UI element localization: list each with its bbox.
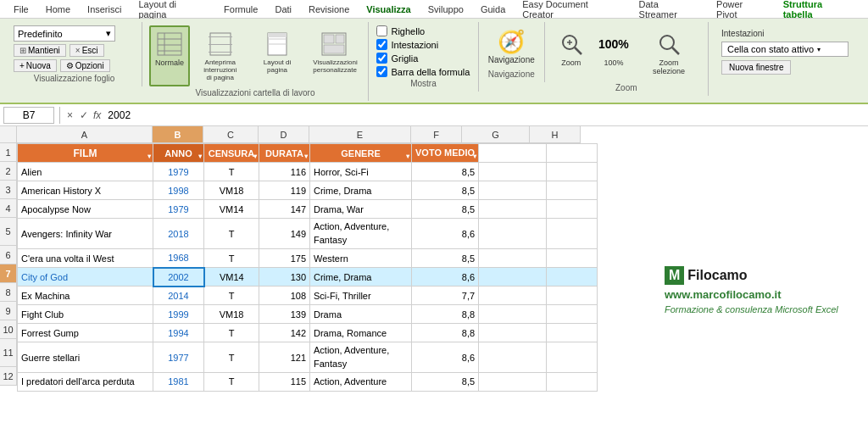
cell-film-10[interactable]: Forrest Gump	[18, 324, 153, 342]
col-header-g[interactable]: G	[462, 126, 530, 143]
cell-durata-7[interactable]: 130	[259, 268, 310, 287]
cell-voto-3[interactable]: 8,5	[412, 181, 479, 200]
cell-film-12[interactable]: I predatori dell'arca perduta	[18, 372, 153, 391]
cell-genere-8[interactable]: Sci-Fi, Thriller	[310, 287, 412, 305]
cell-film-4[interactable]: Apocalypse Now	[18, 200, 153, 219]
cell-film-3[interactable]: American History X	[18, 181, 153, 200]
righello-check[interactable]: Righello	[376, 25, 470, 36]
personalizzate-btn[interactable]: Visualizzazioni personalizzate	[308, 25, 361, 86]
col-header-b[interactable]: B	[153, 126, 203, 143]
cell-censura-4[interactable]: VM14	[204, 200, 259, 219]
cell-voto-12[interactable]: 8,5	[412, 372, 479, 391]
cell-genere-3[interactable]: Crime, Drama	[310, 181, 412, 200]
cell-voto-7[interactable]: 8,6	[412, 268, 479, 287]
griglia-check[interactable]: Griglia	[376, 53, 470, 64]
cell-durata-9[interactable]: 139	[259, 305, 310, 324]
zoom-selezione-btn[interactable]: Zoom selezione	[637, 25, 701, 81]
cell-durata-11[interactable]: 121	[259, 342, 310, 373]
row-header-11[interactable]: 11	[0, 339, 17, 367]
col-header-h[interactable]: H	[530, 126, 581, 143]
cell-genere-6[interactable]: Western	[310, 249, 412, 268]
cell-voto-4[interactable]: 8,5	[412, 200, 479, 219]
mantieni-btn[interactable]: ⊞ Mantieni	[14, 44, 66, 57]
formula-cancel-icon[interactable]: ×	[65, 109, 75, 121]
formula-confirm-icon[interactable]: ✓	[78, 109, 90, 121]
row-header-5[interactable]: 5	[0, 218, 17, 246]
cell-censura-9[interactable]: VM18	[204, 305, 259, 324]
cell-anno-8[interactable]: 2014	[153, 287, 204, 305]
cell-anno-11[interactable]: 1977	[153, 342, 204, 373]
cell-genere-2[interactable]: Horror, Sci-Fi	[310, 163, 412, 181]
col-header-c[interactable]: C	[203, 126, 259, 143]
cell-durata-2[interactable]: 116	[259, 163, 310, 181]
anno-dropdown-arrow[interactable]: ▾	[198, 153, 202, 160]
menu-powerpivot[interactable]: Power Pivot	[709, 0, 773, 21]
cell-voto-9[interactable]: 8,8	[412, 305, 479, 324]
cell-censura-8[interactable]: T	[204, 287, 259, 305]
voto-dropdown-arrow[interactable]: ▾	[473, 153, 476, 161]
cell-genere-5[interactable]: Action, Adventure, Fantasy	[310, 219, 412, 249]
menu-visualizza[interactable]: Visualizza	[359, 3, 417, 16]
cell-genere-10[interactable]: Drama, Romance	[310, 324, 412, 342]
cell-durata-8[interactable]: 108	[259, 287, 310, 305]
row-header-3[interactable]: 3	[0, 181, 17, 199]
row-header-9[interactable]: 9	[0, 302, 17, 320]
cell-genere-4[interactable]: Drama, War	[310, 200, 412, 219]
normale-btn[interactable]: Normale	[149, 25, 190, 86]
cell-voto-2[interactable]: 8,5	[412, 163, 479, 181]
cell-censura-5[interactable]: T	[204, 219, 259, 249]
cell-voto-5[interactable]: 8,6	[412, 219, 479, 249]
col-header-d[interactable]: D	[259, 126, 309, 143]
menu-home[interactable]: Home	[39, 3, 77, 16]
cell-voto-6[interactable]: 8,5	[412, 249, 479, 268]
cell-genere-7[interactable]: Crime, Drama	[310, 268, 412, 287]
cell-voto-8[interactable]: 7,7	[412, 287, 479, 305]
row-header-4[interactable]: 4	[0, 199, 17, 218]
menu-sviluppo[interactable]: Sviluppo	[421, 3, 470, 16]
row-header-6[interactable]: 6	[0, 246, 17, 264]
col-header-a[interactable]: A	[17, 126, 153, 143]
cell-durata-10[interactable]: 142	[259, 324, 310, 342]
cell-film-7[interactable]: City of God	[18, 268, 153, 287]
cell-censura-10[interactable]: T	[204, 324, 259, 342]
cell-censura-2[interactable]: T	[204, 163, 259, 181]
cell-anno-2[interactable]: 1979	[153, 163, 204, 181]
cell-censura-6[interactable]: T	[204, 249, 259, 268]
menu-revisione[interactable]: Revisione	[302, 3, 356, 16]
cell-genere-9[interactable]: Drama	[310, 305, 412, 324]
intestazioni-check[interactable]: Intestazioni	[376, 39, 470, 50]
film-dropdown-arrow[interactable]: ▾	[147, 153, 151, 160]
cell-anno-7[interactable]: 2002	[153, 268, 204, 287]
cell-genere-12[interactable]: Action, Adventure	[310, 372, 412, 391]
cell-voto-10[interactable]: 8,8	[412, 324, 479, 342]
anteprima-btn[interactable]: Anteprima interruzioni di pagina	[193, 25, 247, 86]
row-header-1[interactable]: 1	[0, 143, 17, 162]
zoom-btn[interactable]: Zoom	[552, 25, 591, 81]
cell-durata-12[interactable]: 115	[259, 372, 310, 391]
cell-anno-9[interactable]: 1999	[153, 305, 204, 324]
cell-film-11[interactable]: Guerre stellari	[18, 342, 153, 373]
cell-anno-5[interactable]: 2018	[153, 219, 204, 249]
cell-film-5[interactable]: Avengers: Infinity War	[18, 219, 153, 249]
zoom100-btn[interactable]: 100% 100%	[594, 25, 633, 81]
name-box[interactable]	[3, 107, 54, 124]
cell-film-2[interactable]: Alien	[18, 163, 153, 181]
menu-layout[interactable]: Layout di pagina	[131, 0, 214, 21]
row-header-12[interactable]: 12	[0, 367, 17, 386]
layout-btn[interactable]: Layout di pagina	[250, 25, 303, 86]
cell-censura-7[interactable]: VM14	[204, 268, 259, 287]
col-header-f[interactable]: F	[411, 126, 462, 143]
cell-anno-3[interactable]: 1998	[153, 181, 204, 200]
col-header-e[interactable]: E	[309, 126, 411, 143]
cell-anno-10[interactable]: 1994	[153, 324, 204, 342]
nuova-finestra-btn[interactable]: Nuova finestre	[721, 60, 791, 75]
menu-easy[interactable]: Easy Document Creator	[515, 0, 628, 21]
cell-anno-6[interactable]: 1968	[153, 249, 204, 268]
predefinito-dropdown[interactable]: Predefinito ▾	[14, 25, 115, 42]
menu-file[interactable]: File	[7, 3, 36, 16]
cell-durata-4[interactable]: 147	[259, 200, 310, 219]
menu-guida[interactable]: Guida	[474, 3, 512, 16]
cell-durata-3[interactable]: 119	[259, 181, 310, 200]
cell-film-8[interactable]: Ex Machina	[18, 287, 153, 305]
cell-genere-11[interactable]: Action, Adventure, Fantasy	[310, 342, 412, 373]
